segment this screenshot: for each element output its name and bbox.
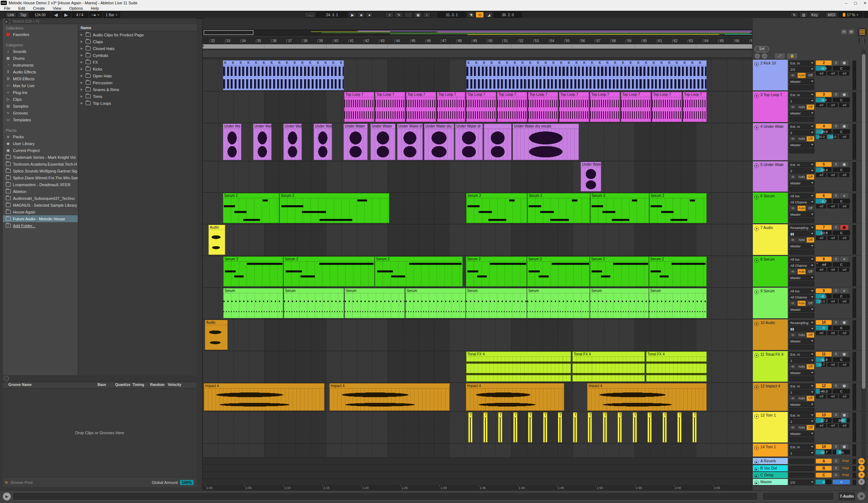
sidebar-item-ableton[interactable]: Ableton bbox=[3, 188, 78, 195]
quantize-menu[interactable]: 1 Bar▼ bbox=[103, 12, 121, 18]
clip-impact-4[interactable]: Impact 4 bbox=[204, 383, 325, 411]
pan-field[interactable]: C bbox=[833, 98, 850, 102]
monitor-in[interactable]: In bbox=[789, 425, 797, 430]
menu-file[interactable]: File bbox=[0, 6, 14, 10]
send-b[interactable]: -10.0 bbox=[827, 135, 838, 139]
input-type-chooser[interactable]: Ext. In bbox=[789, 124, 814, 129]
clip-top-loop-7[interactable]: Top Loop 7 bbox=[437, 92, 465, 122]
track-lane-14[interactable] bbox=[203, 444, 752, 458]
unfold-track-icon[interactable]: ▼ bbox=[754, 258, 759, 263]
send-a[interactable]: -inf bbox=[816, 173, 826, 177]
solo-button[interactable]: S bbox=[833, 257, 839, 261]
volume-field[interactable]: -8.4 bbox=[816, 98, 832, 102]
folder-item-percussion[interactable]: ▶Percussion bbox=[78, 79, 197, 86]
menu-edit[interactable]: Edit bbox=[14, 6, 29, 10]
input-channel-chooser[interactable]: 2 bbox=[789, 130, 814, 135]
unfold-track-icon[interactable]: ▼ bbox=[754, 353, 759, 358]
send-c[interactable]: -inf bbox=[839, 268, 849, 272]
clip-t[interactable]: T bbox=[677, 412, 682, 443]
nudge-up-button[interactable]: ▮▸ bbox=[62, 12, 71, 18]
return-name[interactable]: ▶C Delay bbox=[753, 472, 788, 478]
disclosure-triangle-icon[interactable]: ▶ bbox=[81, 40, 83, 43]
info-view-toggle-icon[interactable]: ○ bbox=[4, 376, 9, 381]
solo-button[interactable]: S bbox=[833, 352, 839, 356]
pan-field[interactable]: C bbox=[833, 230, 850, 235]
input-type-chooser[interactable]: Ext. In bbox=[789, 413, 814, 418]
clip-audio[interactable] bbox=[484, 123, 512, 160]
groove-col-timing[interactable]: Timing bbox=[132, 383, 144, 387]
volume-field[interactable]: -17.2 bbox=[816, 418, 832, 423]
disclosure-triangle-icon[interactable]: ▶ bbox=[81, 81, 83, 84]
solo-button[interactable]: S bbox=[833, 320, 839, 325]
pre-post-toggle[interactable]: Post bbox=[840, 459, 851, 463]
output-chooser[interactable]: Master bbox=[789, 307, 814, 312]
clip-serum-2[interactable]: Serum 2 bbox=[466, 256, 527, 287]
send-b[interactable]: -inf bbox=[827, 423, 838, 428]
track-activator[interactable]: 4 bbox=[816, 124, 832, 129]
track-delay-field[interactable] bbox=[789, 187, 814, 192]
folder-item-kicks[interactable]: ▶Kicks bbox=[78, 66, 197, 72]
track-activator[interactable]: 10 bbox=[816, 320, 832, 325]
follow-button[interactable]: →‥ bbox=[304, 12, 316, 18]
track-name[interactable]: ▼10 Audio bbox=[753, 319, 788, 350]
clip-audio[interactable]: Audio bbox=[208, 225, 225, 255]
unfold-track-icon[interactable]: ▼ bbox=[754, 290, 759, 295]
clip-t[interactable]: T bbox=[603, 412, 607, 443]
volume-field[interactable]: -20.6 bbox=[816, 129, 832, 134]
track-delay-field[interactable] bbox=[789, 218, 814, 223]
sidebar-item-clips[interactable]: ▷Clips bbox=[3, 96, 78, 103]
unfold-track-icon[interactable]: ▼ bbox=[754, 94, 759, 98]
clip-t[interactable]: T bbox=[647, 412, 652, 443]
sidebar-item-instruments[interactable]: ◔Instruments bbox=[3, 62, 78, 68]
solo-button[interactable]: S bbox=[833, 225, 839, 230]
solo-button[interactable]: S bbox=[833, 124, 839, 129]
clip-tonal-fx-4[interactable]: Tonal FX 4 bbox=[646, 351, 707, 382]
input-channel-chooser[interactable]: ▮▮ bbox=[789, 326, 814, 332]
solo-button[interactable]: S bbox=[833, 444, 839, 449]
unfold-track-icon[interactable]: ▼ bbox=[754, 163, 759, 168]
monitor-off[interactable]: Off bbox=[806, 136, 814, 142]
track-name[interactable]: ▼5 Under Wate bbox=[753, 161, 788, 192]
send-a[interactable]: -inf bbox=[816, 423, 826, 428]
send-a[interactable]: -13.7 bbox=[816, 363, 826, 367]
track-lane-3[interactable]: Top Loop 7Top Loop 7Top Loop 7Top Loop 7… bbox=[203, 91, 752, 123]
track-delay-field[interactable] bbox=[789, 148, 814, 153]
pan-field[interactable]: C bbox=[833, 129, 850, 134]
sidebar-item-magnus-selected-sample-library[interactable]: MAGNUS - Selected Sample Library bbox=[3, 202, 78, 208]
clip-serum-2[interactable]: Serum 2 bbox=[283, 256, 375, 287]
clip-top-loop-7[interactable]: Top Loop 7 bbox=[344, 92, 374, 122]
track-delay-field[interactable] bbox=[789, 281, 814, 286]
output-chooser[interactable]: Master bbox=[789, 142, 814, 148]
fold-return-icon[interactable]: ▶ bbox=[754, 460, 759, 464]
unfold-track-icon[interactable]: ▼ bbox=[754, 322, 759, 326]
fold-master-icon[interactable]: ▶ bbox=[754, 481, 759, 485]
monitor-auto[interactable]: Auto bbox=[797, 73, 805, 78]
monitor-auto[interactable]: Auto bbox=[797, 396, 805, 401]
input-type-chooser[interactable]: Ext. In bbox=[789, 444, 814, 450]
send-a[interactable]: -30.0 bbox=[816, 135, 826, 139]
return-activator[interactable]: A bbox=[816, 459, 832, 463]
clip-impact-4[interactable]: Impact 4 bbox=[329, 383, 450, 411]
close-button[interactable]: ✕ bbox=[864, 1, 867, 5]
unfold-track-icon[interactable]: ▼ bbox=[754, 446, 759, 450]
arm-button[interactable] bbox=[840, 162, 848, 167]
return-activator[interactable]: C bbox=[816, 473, 832, 477]
clip-t[interactable]: T bbox=[558, 412, 562, 443]
solo-button[interactable]: S bbox=[833, 466, 839, 471]
monitor-off[interactable]: Off bbox=[806, 237, 814, 243]
output-chooser[interactable]: Master bbox=[789, 338, 814, 344]
clip-t[interactable]: T bbox=[692, 412, 697, 443]
automation-arm-button[interactable]: ✎ bbox=[395, 12, 403, 18]
sidebar-item-audio-effects[interactable]: ‖Audio Effects bbox=[3, 68, 78, 75]
clip-t[interactable]: T bbox=[513, 412, 517, 443]
send-b[interactable]: -inf bbox=[827, 236, 838, 240]
track-lane-7[interactable]: Audio bbox=[203, 224, 752, 256]
monitor-off[interactable]: Off bbox=[806, 332, 814, 338]
sidebar-item-user-library[interactable]: ◉User Library bbox=[3, 140, 78, 147]
pre-post-toggle[interactable]: Post bbox=[840, 473, 851, 477]
clip-t[interactable]: T bbox=[468, 412, 473, 443]
clip-under-water-dr[interactable]: Under Water dr bbox=[455, 123, 483, 160]
pre-post-toggle[interactable]: Post bbox=[840, 466, 851, 471]
folder-item-closed-hats[interactable]: ▶Closed Hats bbox=[78, 45, 197, 52]
groove-col-groove-name[interactable]: Groove Name bbox=[8, 383, 32, 387]
